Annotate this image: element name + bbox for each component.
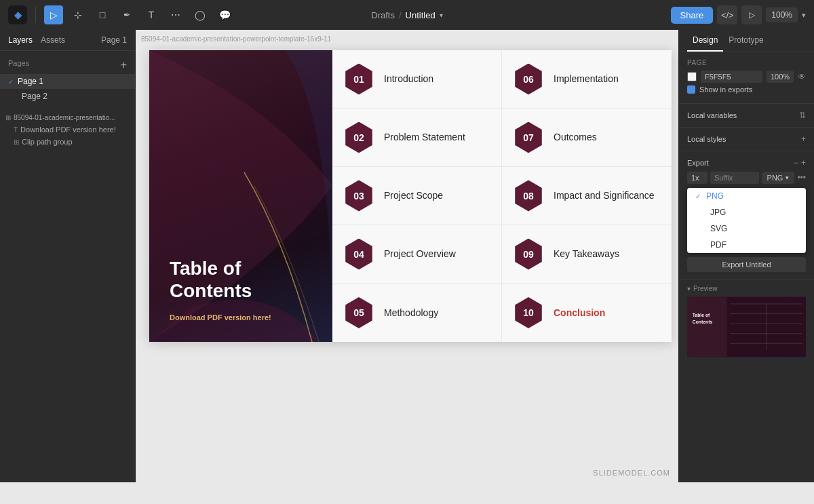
format-dropdown[interactable]: PNG ▾ [762, 172, 795, 184]
add-page-button[interactable]: + [121, 59, 127, 71]
toc-number-01: 01 [343, 64, 374, 95]
format-option-pdf[interactable]: PDF [687, 237, 806, 253]
page-item-1[interactable]: ✓ Page 1 [0, 74, 135, 89]
sidebar-header: Layers Assets Page 1 [0, 30, 135, 51]
toc-label-09: Key Takeaways [554, 248, 619, 260]
right-panel-tabs: Design Prototype [679, 30, 814, 52]
export-label: Export [687, 159, 709, 167]
page-color-value[interactable]: F5F5F5 [701, 71, 762, 83]
svg-rect-1 [687, 297, 726, 357]
local-variables-label: Local variables [687, 111, 737, 119]
toc-item-05: 05 Methodology [332, 284, 502, 342]
ellipse-tool[interactable]: ◯ [191, 5, 210, 24]
export-minus-button[interactable]: − [794, 158, 798, 168]
export-controls: − + [794, 158, 806, 168]
toc-number-06: 06 [513, 64, 544, 95]
toc-label-01: Introduction [384, 73, 433, 85]
toc-number-09: 09 [513, 239, 544, 270]
preview-label: ▾ Preview [687, 285, 806, 292]
toc-number-07: 07 [513, 122, 544, 153]
export-scale-input[interactable]: 1x [687, 172, 708, 184]
preview-thumb-svg: Table of Contents [687, 296, 806, 357]
layer-item-text[interactable]: T Download PDF version here! [0, 123, 135, 136]
pen-tool[interactable]: ✒ [117, 5, 136, 24]
zoom-level[interactable]: 100% [766, 7, 798, 22]
pages-section: Pages + ✓ Page 1 Page 2 [0, 51, 135, 109]
layer-item-main[interactable]: ⊞ 85094-01-academic-presentatio... [0, 112, 135, 123]
share-button[interactable]: Share [671, 7, 714, 24]
toc-label-07: Outcomes [554, 131, 597, 143]
text-tool[interactable]: T [142, 5, 161, 24]
sidebar-tab-assets[interactable]: Assets [41, 35, 65, 45]
toc-item-09: 09 Key Takeaways [502, 225, 672, 284]
toc-number-05: 05 [343, 297, 374, 328]
export-more-icon[interactable]: ••• [797, 173, 806, 182]
format-label-jpg: JPG [710, 208, 726, 217]
toc-label-02: Problem Statement [384, 131, 465, 143]
svg-text:Table of: Table of [693, 313, 710, 317]
format-option-jpg[interactable]: JPG [687, 204, 806, 220]
format-option-png[interactable]: ✓ PNG [687, 188, 806, 204]
show-exports-checkbox[interactable] [687, 85, 695, 94]
play-button[interactable]: ▷ [741, 5, 762, 24]
page-opacity-value[interactable]: 100% [767, 71, 794, 83]
document-name[interactable]: Untitled [406, 10, 435, 20]
canvas-area[interactable]: 85094-01-academic-presentation-powerpoin… [136, 30, 678, 482]
component-tool[interactable]: ⋯ [166, 5, 185, 24]
presentation-slide: Table of Contents Download PDF version h… [149, 50, 672, 342]
format-dropdown-menu: ✓ PNG JPG SVG PDF [687, 188, 806, 253]
toc-label-10: Conclusion [554, 307, 605, 319]
frame-tool[interactable]: ⊹ [69, 5, 88, 24]
export-suffix-input[interactable]: Suffix [710, 172, 759, 184]
export-config-row: 1x Suffix PNG ▾ ••• [687, 172, 806, 184]
local-variables-icon[interactable]: ⇅ [799, 111, 806, 120]
local-styles-label: Local styles [687, 135, 726, 143]
page-color-swatch[interactable] [687, 72, 697, 81]
preview-section: ▾ Preview Table of Contents [679, 279, 814, 363]
export-header-row: Export − + [687, 158, 806, 168]
slide-main-title: Table of Contents [170, 257, 312, 303]
toc-label-08: Impact and Significance [554, 189, 655, 201]
watermark-text: SLIDEMODEL.COM [593, 469, 670, 477]
sidebar-page-tab[interactable]: Page 1 [101, 35, 127, 45]
toc-item-08: 08 Impact and Significance [502, 167, 672, 225]
toolbar: ◈ ▷ ⊹ □ ✒ T ⋯ ◯ 💬 Drafts / Untitled ▾ Sh… [0, 0, 814, 30]
zoom-dropdown-icon[interactable]: ▾ [802, 11, 806, 20]
format-option-svg[interactable]: SVG [687, 220, 806, 237]
export-plus-button[interactable]: + [801, 158, 806, 168]
code-button[interactable]: </> [717, 5, 737, 24]
show-exports-row: Show in exports [687, 85, 806, 94]
toc-item-04: 04 Project Overview [332, 225, 502, 284]
right-panel: Design Prototype Page F5F5F5 100% 👁 Show… [678, 30, 814, 482]
tab-prototype[interactable]: Prototype [723, 30, 769, 52]
format-value: PNG [767, 174, 783, 182]
local-variables-section: Local variables ⇅ [679, 104, 814, 128]
main-layout: Layers Assets Page 1 Pages + ✓ Page 1 Pa… [0, 30, 814, 482]
title-separator: / [399, 10, 402, 20]
export-button[interactable]: Export Untitled [687, 257, 806, 272]
toc-label-04: Project Overview [384, 248, 456, 260]
layer-text-icon: T [14, 126, 18, 134]
toc-item-07: 07 Outcomes [502, 109, 672, 167]
shape-tool[interactable]: □ [93, 5, 112, 24]
drafts-label: Drafts [371, 10, 395, 20]
format-dropdown-trigger[interactable]: PNG ▾ [762, 172, 795, 184]
toc-number-04: 04 [343, 239, 374, 270]
svg-text:Contents: Contents [693, 319, 713, 324]
toc-item-02: 02 Problem Statement [332, 109, 502, 167]
show-exports-label: Show in exports [699, 85, 752, 94]
move-tool[interactable]: ▷ [44, 5, 63, 24]
tab-design[interactable]: Design [687, 30, 723, 52]
local-styles-add-icon[interactable]: + [801, 134, 806, 144]
toc-item-01: 01 Introduction [332, 50, 502, 109]
visibility-icon[interactable]: 👁 [798, 72, 806, 81]
sidebar-tab-layers[interactable]: Layers [8, 35, 33, 45]
check-icon: ✓ [695, 193, 701, 200]
document-title: Drafts / Untitled ▾ [371, 10, 442, 20]
toc-item-06: 06 Implementation [502, 50, 672, 109]
page-section: Page F5F5F5 100% 👁 Show in exports [679, 52, 814, 104]
layer-item-group[interactable]: ⊞ Clip path group [0, 136, 135, 148]
format-label-pdf: PDF [710, 240, 726, 250]
page-item-2[interactable]: Page 2 [0, 89, 135, 104]
comment-tool[interactable]: 💬 [215, 5, 234, 24]
